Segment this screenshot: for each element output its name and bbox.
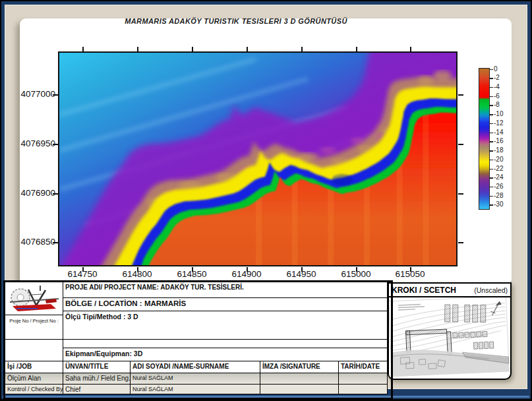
row1-signature <box>260 373 339 385</box>
colorbar-label: -22 <box>494 165 514 172</box>
bathymetry-plot <box>58 51 458 266</box>
y-tick-label: 4076900 <box>16 188 55 198</box>
row1-title: Saha müh./ Field Eng. <box>63 373 131 385</box>
x-tick-top <box>82 47 84 51</box>
colorbar-label: -14 <box>494 129 514 136</box>
colorbar-tick <box>490 87 493 88</box>
x-tick-top <box>137 47 138 51</box>
y-tick-label: 4077000 <box>16 89 55 99</box>
bathymetry-heatmap <box>59 53 456 265</box>
x-tick-top <box>410 47 411 51</box>
y-tick-label: 4076850 <box>16 237 55 247</box>
colorbar-tick <box>490 133 493 134</box>
colorbar-label: -8 <box>494 101 514 108</box>
row1-date <box>339 373 388 385</box>
colorbar-label: -10 <box>494 110 514 117</box>
header-job: İşi /JOB <box>5 361 63 373</box>
project-no-label: Proje No / Project No : <box>5 315 63 340</box>
colorbar-tick <box>490 169 493 170</box>
x-tick-label: 614850 <box>165 269 218 279</box>
row2-date <box>339 385 388 394</box>
depth-colorbar <box>479 68 490 210</box>
y-tick-right <box>458 94 463 96</box>
x-tick-top <box>192 47 193 51</box>
x-tick-top <box>356 47 357 51</box>
company-logo <box>6 283 63 314</box>
location-cell: BÖLGE / LOCATİON : MARMARİS <box>63 298 388 311</box>
colorbar-label: -28 <box>494 192 514 199</box>
row2-signature <box>260 385 339 394</box>
colorbar-label: -18 <box>494 146 514 154</box>
colorbar-label: 0 <box>494 65 514 73</box>
colorbar-tick <box>490 69 493 71</box>
title-block-table: Proje No / Project No : PROJE ADI/ PROJE… <box>5 282 388 394</box>
sketch-panel: KROKI / SCETCH (Unscaled) <box>388 282 512 380</box>
map-title: MARMARIS ADAKÖY TURISTIK TESISLERI 3 D G… <box>58 17 414 25</box>
equipment-cell: Ekipman/Equipman: 3D <box>63 348 388 361</box>
y-tick-right <box>458 193 463 195</box>
spacer-cell <box>63 340 388 348</box>
colorbar-label: -4 <box>494 83 514 90</box>
x-tick-top <box>301 47 303 51</box>
project-name-cell: PROJE ADI/ PROJECT NAME: ADAKÖY TUR. TES… <box>63 282 388 298</box>
header-date: TARİH/DATE <box>339 361 388 373</box>
colorbar-tick <box>490 96 493 98</box>
colorbar-tick <box>490 177 493 179</box>
colorbar-label: -2 <box>494 74 514 81</box>
site-sketch-drawing <box>389 297 510 378</box>
y-tick-right <box>458 144 463 145</box>
colorbar-tick <box>490 160 493 161</box>
x-tick-label: 614900 <box>220 269 273 279</box>
row1-job: Ölçüm Alan <box>5 373 63 385</box>
method-cell: Ölçü Tipi/Method : 3 D <box>63 311 388 340</box>
y-tick-right <box>458 242 463 243</box>
colorbar-tick <box>490 78 493 79</box>
colorbar-tick <box>490 204 493 206</box>
row2-title: Chief <box>63 385 131 394</box>
colorbar-tick <box>490 105 493 106</box>
colorbar-label: -12 <box>494 119 514 127</box>
colorbar-label: -30 <box>494 200 514 208</box>
frame-accent-line <box>3 396 529 398</box>
header-name: ADI SOYADI /NAME-SURNAME <box>131 361 260 373</box>
x-tick-label: 614800 <box>111 269 163 279</box>
colorbar-label: -16 <box>494 137 514 144</box>
colorbar-label: -20 <box>494 156 514 163</box>
header-title: ÜNVAN/TITLE <box>63 361 131 373</box>
left-empty-cell <box>5 340 63 361</box>
colorbar-tick <box>490 123 493 125</box>
x-tick-label: 614750 <box>56 269 109 279</box>
row1-name: Nural SAĞLAM <box>131 373 260 385</box>
row2-name: Nural SAĞLAM <box>131 385 260 394</box>
x-tick-top <box>247 47 248 51</box>
sketch-title: KROKI / SCETCH <box>392 286 456 295</box>
colorbar-tick <box>490 141 493 142</box>
colorbar-tick <box>490 114 493 115</box>
colorbar-label: -24 <box>494 173 514 181</box>
header-signature: İMZA /SIGNATURE <box>260 361 339 373</box>
x-tick-label: 615000 <box>330 269 382 279</box>
colorbar-tick <box>490 196 493 197</box>
x-tick-label: 614950 <box>275 269 328 279</box>
colorbar-label: -26 <box>494 183 514 190</box>
colorbar-tick <box>490 150 493 152</box>
y-tick-label: 4076950 <box>16 139 55 148</box>
colorbar-tick <box>490 187 493 188</box>
logo-cell <box>5 282 63 315</box>
row2-job: Kontrol / Checked By <box>5 385 63 394</box>
colorbar-label: -6 <box>494 92 514 100</box>
x-tick-label: 615050 <box>384 269 436 279</box>
sketch-header: KROKI / SCETCH (Unscaled) <box>389 284 510 297</box>
survey-sheet: MARMARIS ADAKÖY TURISTIK TESISLERI 3 D G… <box>0 0 532 401</box>
sketch-scale-note: (Unscaled) <box>474 286 508 294</box>
